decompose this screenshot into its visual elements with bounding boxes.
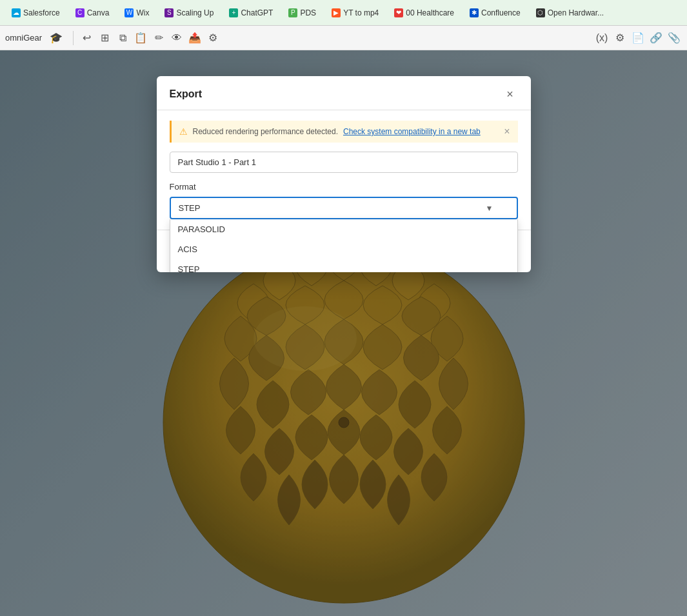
tab-wix[interactable]: W Wix: [118, 6, 155, 20]
sketch-button[interactable]: ✏: [151, 30, 166, 46]
modal-title: Export: [170, 88, 203, 100]
tab-scaling-up[interactable]: S Scaling Up: [158, 6, 220, 20]
tab-canva-label: Canva: [87, 8, 110, 17]
gear2-icon[interactable]: ⚙: [612, 30, 628, 46]
graduation-icon: 🎓: [50, 32, 63, 44]
view-button[interactable]: 👁: [169, 30, 184, 46]
healthcare-favicon: ❤: [394, 8, 403, 17]
warning-link[interactable]: Check system compatibility in a new tab: [343, 127, 481, 136]
tab-open-hardwar[interactable]: ⬡ Open Hardwar...: [530, 6, 610, 20]
tab-pds-label: PDS: [300, 8, 316, 17]
tab-yt-mp4[interactable]: ▶ YT to mp4: [325, 6, 385, 20]
paste-button[interactable]: 📋: [133, 30, 148, 46]
format-dropdown-container: STEP ▼ PARASOLID ACIS STEP IGES SOLIDWOR…: [170, 197, 518, 219]
chatgpt-favicon: +: [229, 8, 238, 17]
app-name: omniGear: [5, 33, 42, 43]
tab-healthcare-label: 00 Healthcare: [406, 8, 454, 17]
wix-favicon: W: [124, 8, 134, 17]
main-viewport: Export × ⚠ Reduced rendering performance…: [0, 50, 687, 616]
app-toolbar: omniGear 🎓 ↩ ⊞ ⧉ 📋 ✏ 👁 📤 ⚙ (x) ⚙ 📄 🔗 📎: [0, 26, 687, 50]
browser-tabs: ☁ Salesforce C Canva W Wix S Scaling Up …: [0, 0, 687, 26]
yt-favicon: ▶: [332, 8, 341, 17]
pds-favicon: P: [288, 8, 297, 17]
warning-text: Reduced rendering performance detected.: [193, 127, 338, 136]
format-option-step[interactable]: STEP: [170, 259, 517, 272]
warning-icon: ⚠: [179, 126, 188, 137]
format-dropdown-list: PARASOLID ACIS STEP IGES SOLIDWORKS PVZ …: [170, 219, 518, 272]
undo-button[interactable]: ↩: [79, 30, 94, 46]
doc-icon[interactable]: 📄: [630, 30, 646, 46]
modal-body: ⚠ Reduced rendering performance detected…: [157, 110, 531, 230]
layers-button[interactable]: ⊞: [97, 30, 112, 46]
formula-icon[interactable]: (x): [594, 30, 610, 46]
tab-salesforce[interactable]: ☁ Salesforce: [5, 6, 66, 20]
toolbar-divider-1: [73, 31, 74, 45]
format-option-parasolid[interactable]: PARASOLID: [170, 219, 517, 239]
tab-wix-label: Wix: [136, 8, 149, 17]
tab-confluence[interactable]: ✱ Confluence: [463, 6, 527, 20]
modal-overlay: Export × ⚠ Reduced rendering performance…: [0, 50, 687, 616]
selected-format-text: STEP: [179, 203, 201, 213]
part-name-input[interactable]: [170, 152, 518, 173]
open-hw-favicon: ⬡: [536, 8, 545, 17]
scaling-up-favicon: S: [164, 8, 174, 17]
tab-scaling-up-label: Scaling Up: [176, 8, 214, 17]
export-modal: Export × ⚠ Reduced rendering performance…: [157, 76, 531, 272]
export-button-toolbar[interactable]: 📤: [187, 30, 203, 46]
warning-banner: ⚠ Reduced rendering performance detected…: [170, 121, 518, 143]
tab-canva[interactable]: C Canva: [69, 6, 116, 20]
settings-button[interactable]: ⚙: [205, 30, 221, 46]
salesforce-favicon: ☁: [12, 8, 21, 17]
tab-open-hardwar-label: Open Hardwar...: [548, 8, 604, 17]
format-option-acis[interactable]: ACIS: [170, 239, 517, 259]
tab-chatgpt[interactable]: + ChatGPT: [223, 6, 279, 20]
format-label: Format: [170, 182, 518, 192]
tab-salesforce-label: Salesforce: [23, 8, 60, 17]
confluence-favicon: ✱: [470, 8, 479, 17]
help-icon[interactable]: 📎: [666, 30, 682, 46]
copy-button[interactable]: ⧉: [115, 30, 130, 46]
warning-close-button[interactable]: ×: [504, 126, 510, 137]
tab-yt-label: YT to mp4: [343, 8, 379, 17]
modal-header: Export ×: [157, 76, 531, 110]
canva-favicon: C: [75, 8, 85, 17]
tab-healthcare[interactable]: ❤ 00 Healthcare: [388, 6, 461, 20]
modal-close-button[interactable]: ×: [503, 86, 518, 102]
share-icon[interactable]: 🔗: [648, 30, 664, 46]
tab-chatgpt-label: ChatGPT: [241, 8, 273, 17]
dropdown-arrow-icon: ▼: [486, 204, 493, 213]
tab-pds[interactable]: P PDS: [282, 6, 323, 20]
format-dropdown-selected[interactable]: STEP ▼: [170, 197, 518, 219]
tab-confluence-label: Confluence: [481, 8, 521, 17]
